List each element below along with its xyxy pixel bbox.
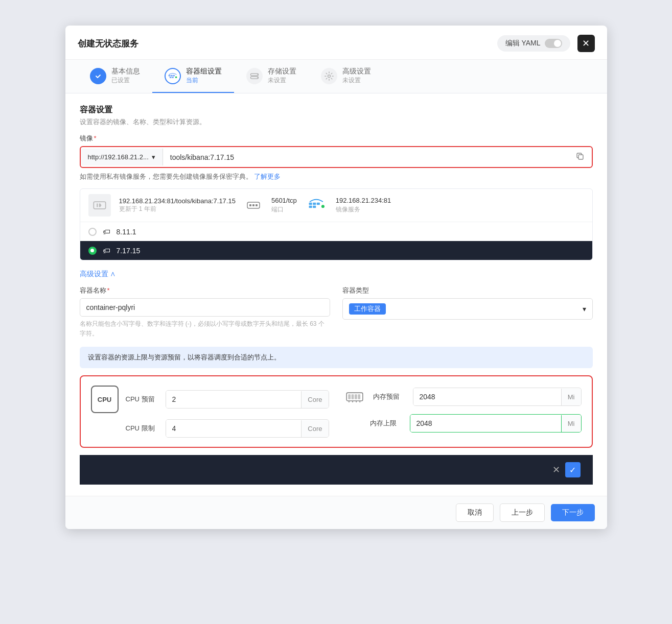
cpu-reserve-unit: Core <box>301 391 328 408</box>
bottom-actions: 取消 上一步 下一步 <box>65 496 607 529</box>
cpu-column: CPU CPU 预留 Core CPU 限制 Core <box>91 386 329 438</box>
tag-icon-7: 🏷 <box>103 246 110 255</box>
cpu-limit-input[interactable] <box>166 420 302 437</box>
tab-storage-name: 存储设置 <box>268 67 296 76</box>
svg-point-6 <box>175 76 177 78</box>
tag-name-8: 8.11.1 <box>117 228 136 236</box>
tag-row-8[interactable]: 🏷 8.11.1 <box>80 222 592 241</box>
tab-storage-icon <box>246 68 263 84</box>
svg-rect-28 <box>358 395 360 400</box>
cpu-reserve-row: CPU CPU 预留 Core <box>91 386 329 413</box>
next-step-button[interactable]: 下一步 <box>551 504 595 521</box>
cpu-reserve-label: CPU 预留 <box>126 395 158 404</box>
tab-basic-icon <box>90 68 106 84</box>
image-name-input[interactable] <box>163 149 568 166</box>
learn-more-link[interactable]: 了解更多 <box>254 173 281 180</box>
image-updated: 更新于 1 年前 <box>119 205 236 213</box>
mem-reserve-input-group: Mi <box>413 388 582 406</box>
modal-header: 创建无状态服务 编辑 YAML ✕ <box>65 26 607 60</box>
svg-point-9 <box>257 74 258 75</box>
yaml-toggle-label: 编辑 YAML <box>505 39 541 48</box>
image-service-label: 镜像服务 <box>336 205 391 214</box>
tab-advanced-status: 未设置 <box>342 76 371 85</box>
svg-rect-27 <box>355 395 357 400</box>
svg-rect-26 <box>351 395 354 400</box>
mem-limit-unit: Mi <box>561 415 581 432</box>
modal-body: 容器设置 设置容器的镜像、名称、类型和计算资源。 镜像* http://192.… <box>65 93 607 496</box>
image-required-mark: * <box>94 134 97 142</box>
cancel-button[interactable]: 取消 <box>456 503 494 522</box>
inline-close-button[interactable]: ✕ <box>552 464 560 475</box>
memory-icon <box>343 386 366 408</box>
inline-confirm-button[interactable]: ✓ <box>565 462 581 477</box>
memory-column: 内存预留 Mi 内存上限 Mi <box>343 386 582 438</box>
svg-rect-18 <box>309 203 312 205</box>
port-icon <box>244 196 263 215</box>
container-type-select[interactable]: 工作容器 ▾ <box>342 298 593 320</box>
tab-advanced-settings[interactable]: 高级设置 未设置 <box>309 60 383 93</box>
yaml-toggle-switch[interactable] <box>545 39 562 48</box>
svg-rect-1 <box>168 75 170 76</box>
tab-storage-status: 未设置 <box>268 76 296 85</box>
cpu-reserve-input[interactable] <box>166 391 302 408</box>
chevron-down-icon: ▾ <box>152 153 155 161</box>
tag-icon-8: 🏷 <box>103 227 110 236</box>
advanced-settings-toggle[interactable]: 高级设置 ∧ <box>80 270 593 279</box>
tab-container-settings[interactable]: 容器组设置 当前 <box>152 60 234 93</box>
container-type-value: 工作容器 <box>349 303 386 315</box>
svg-point-0 <box>94 72 102 80</box>
image-field-label: 镜像* <box>80 134 593 143</box>
mem-reserve-unit: Mi <box>561 389 581 405</box>
svg-rect-22 <box>313 206 316 208</box>
tab-container-icon <box>165 68 181 84</box>
cpu-icon: CPU <box>91 386 119 413</box>
tag-radio-8[interactable] <box>88 228 97 236</box>
svg-rect-5 <box>172 77 174 78</box>
tab-advanced-info-text: 高级设置 未设置 <box>342 67 371 85</box>
resource-columns: CPU CPU 预留 Core CPU 限制 Core <box>91 386 582 438</box>
tab-container-status: 当前 <box>186 76 222 85</box>
image-hint-text: 如需使用私有镜像服务，您需要先创建镜像服务保密字典。 了解更多 <box>80 172 593 181</box>
tag-row-7[interactable]: 🏷 7.17.15 <box>80 241 592 260</box>
modal-overlay: 创建无状态服务 编辑 YAML ✕ 基本信息 已设置 <box>15 15 657 624</box>
container-name-label: 容器名称* <box>80 286 330 295</box>
container-type-label: 容器类型 <box>342 286 593 295</box>
image-service: 192.168.21.234:81 镜像服务 <box>336 197 391 214</box>
svg-rect-16 <box>252 204 254 206</box>
cpu-limit-input-group: Core <box>166 419 329 438</box>
image-service-value: 192.168.21.234:81 <box>336 197 391 204</box>
image-info-row: 192.168.21.234:81/tools/kibana:7.17.15 更… <box>80 189 592 222</box>
tab-storage-settings[interactable]: 存储设置 未设置 <box>234 60 309 93</box>
image-full-name: 192.168.21.234:81/tools/kibana:7.17.15 <box>119 197 236 205</box>
svg-rect-4 <box>169 77 171 78</box>
image-port-label: 端口 <box>271 205 297 214</box>
image-registry-dropdown[interactable]: http://192.168.21.2... ▾ <box>81 149 163 165</box>
svg-rect-20 <box>317 203 320 205</box>
container-type-group: 容器类型 工作容器 ▾ <box>342 286 593 339</box>
tab-basic-info[interactable]: 基本信息 已设置 <box>78 60 152 93</box>
svg-rect-12 <box>578 155 583 159</box>
close-button[interactable]: ✕ <box>577 35 595 52</box>
image-copy-button[interactable] <box>568 147 592 167</box>
svg-point-10 <box>257 77 258 78</box>
container-name-input[interactable] <box>80 298 330 317</box>
tab-basic-name: 基本信息 <box>111 67 140 76</box>
cpu-reserve-input-group: Core <box>166 390 329 409</box>
svg-rect-21 <box>309 206 312 208</box>
svg-rect-25 <box>348 395 351 400</box>
tab-container-name: 容器组设置 <box>186 67 222 76</box>
svg-rect-17 <box>256 204 258 206</box>
mem-limit-input[interactable] <box>410 415 561 432</box>
section-desc: 设置容器的镜像、名称、类型和计算资源。 <box>80 117 593 127</box>
mem-reserve-input[interactable] <box>413 388 561 405</box>
svg-rect-3 <box>173 75 175 76</box>
header-right: 编辑 YAML ✕ <box>497 35 595 52</box>
svg-rect-19 <box>313 203 316 205</box>
prev-step-button[interactable]: 上一步 <box>500 503 545 522</box>
tag-radio-7[interactable] <box>88 247 97 255</box>
mem-limit-input-group: Mi <box>410 414 582 433</box>
inline-footer-bar: ✕ ✓ <box>80 455 593 485</box>
yaml-toggle-button[interactable]: 编辑 YAML <box>497 35 570 52</box>
mem-limit-row: 内存上限 Mi <box>343 414 582 433</box>
cpu-limit-row: CPU 限制 Core <box>91 419 329 438</box>
